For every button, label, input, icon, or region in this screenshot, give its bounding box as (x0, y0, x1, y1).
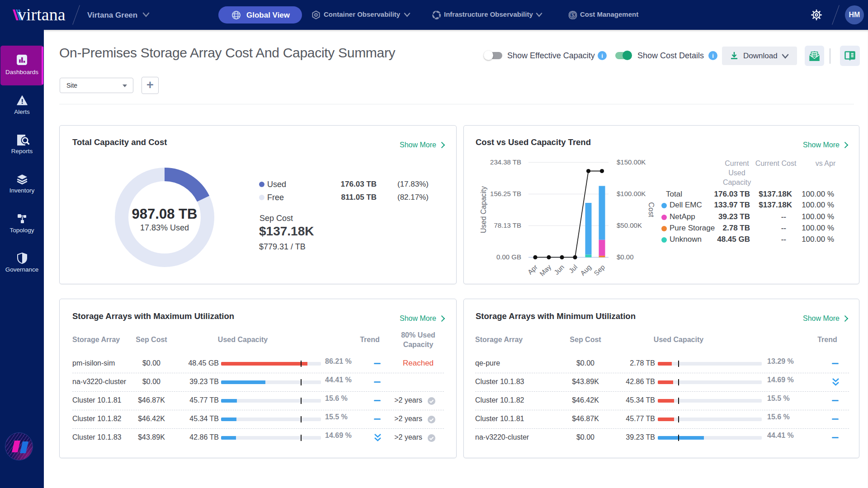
svg-text:78.13 TB: 78.13 TB (494, 221, 521, 229)
svg-text:$100.00K: $100.00K (617, 190, 646, 197)
svg-text:Aug: Aug (579, 263, 593, 277)
svg-text:$50.00K: $50.00K (617, 221, 642, 229)
svg-text:156.25 TB: 156.25 TB (490, 190, 521, 197)
svg-text:$0.00: $0.00 (617, 253, 634, 261)
svg-text:Used Capacity: Used Capacity (480, 186, 487, 233)
svg-text:234.38 TB: 234.38 TB (490, 158, 521, 166)
svg-text:May: May (538, 263, 552, 277)
svg-text:0.00 GB: 0.00 GB (496, 253, 521, 261)
svg-text:Jun: Jun (552, 263, 566, 276)
svg-text:Cost: Cost (647, 202, 655, 217)
svg-text:Sep: Sep (592, 263, 606, 277)
svg-text:Apr: Apr (526, 263, 539, 276)
svg-text:Jul: Jul (567, 263, 579, 275)
svg-text:virtana: virtana (18, 6, 66, 24)
svg-text:$150.00K: $150.00K (617, 158, 646, 166)
svg-text:$: $ (571, 12, 574, 18)
